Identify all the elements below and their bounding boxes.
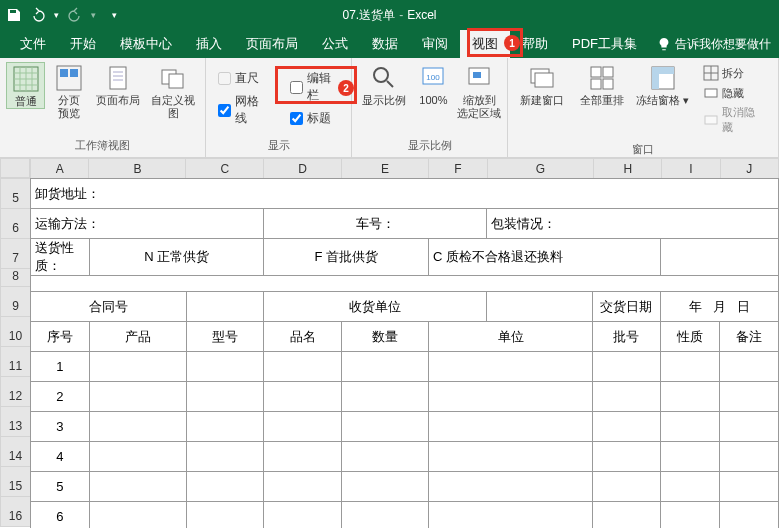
callout-1: 1 — [504, 35, 520, 51]
cell — [341, 352, 428, 382]
row-headers[interactable]: 56 78 910 1112 1314 1516 — [0, 178, 31, 527]
hide-icon — [703, 85, 719, 101]
zoom-selection-button[interactable]: 缩放到 选定区域 — [457, 62, 501, 120]
freeze-panes-button[interactable]: 冻结窗格 ▾ — [635, 62, 691, 107]
group-show-label: 显示 — [206, 136, 351, 157]
col-header: I — [662, 159, 720, 179]
hide-label: 隐藏 — [722, 86, 744, 101]
unhide-button[interactable]: 取消隐藏 — [701, 104, 766, 136]
row-header: 9 — [1, 287, 31, 317]
arrange-all-button[interactable]: 全部重排 — [574, 62, 630, 107]
callout-2: 2 — [338, 80, 354, 96]
qat-customize-icon[interactable]: ▾ — [112, 10, 117, 20]
gridlines-checkbox[interactable]: 网格线 — [218, 93, 268, 127]
formula-bar-checkbox[interactable]: 编辑栏 — [290, 70, 340, 104]
select-all-corner[interactable] — [0, 158, 30, 178]
tab-formulas[interactable]: 公式 — [310, 30, 360, 58]
split-label: 拆分 — [722, 66, 744, 81]
save-icon[interactable] — [6, 7, 22, 23]
tab-layout[interactable]: 页面布局 — [234, 30, 310, 58]
unhide-icon — [703, 112, 719, 128]
cell: F 首批供货 — [264, 239, 429, 276]
cell: 3 — [31, 412, 90, 442]
undo-dropdown-icon[interactable]: ▾ — [54, 10, 59, 20]
zoom-selection-icon — [465, 64, 493, 92]
cell: 性质 — [661, 322, 720, 352]
cell — [89, 442, 186, 472]
custom-views-button[interactable]: 自定义视图 — [148, 62, 199, 120]
cell — [186, 352, 264, 382]
cell — [719, 412, 778, 442]
cell: 备注 — [719, 322, 778, 352]
cell: 产品 — [89, 322, 186, 352]
table-row: 5 — [31, 472, 779, 502]
cell: N 正常供货 — [89, 239, 263, 276]
cell — [661, 382, 720, 412]
cell — [661, 239, 779, 276]
normal-view-button[interactable]: 普通 — [6, 62, 45, 109]
zoom-button[interactable]: 显示比例 — [358, 62, 410, 107]
split-button[interactable]: 拆分 — [701, 64, 766, 82]
cell — [592, 382, 660, 412]
new-window-button[interactable]: 新建窗口 — [514, 62, 570, 107]
table-row: 4 — [31, 442, 779, 472]
ruler-checkbox[interactable]: 直尺 — [218, 70, 268, 87]
worksheet[interactable]: AB CD EF GH IJ 56 78 910 1112 1314 1516 … — [0, 158, 779, 528]
group-workbook-views-label: 工作簿视图 — [0, 136, 205, 157]
cell — [186, 502, 264, 529]
tab-view[interactable]: 视图 — [460, 30, 510, 58]
grid-cells[interactable]: 卸货地址： 运输方法： 车号： 包装情况： 送货性质： N 正常供货 F 首批供… — [30, 178, 779, 528]
tab-review[interactable]: 审阅 — [410, 30, 460, 58]
tell-me-label: 告诉我你想要做什 — [675, 36, 771, 53]
svg-rect-4 — [110, 67, 126, 89]
group-window: 新建窗口 全部重排 冻结窗格 ▾ 拆分 隐藏 取消隐藏 窗口 — [508, 58, 779, 157]
gridlines-label: 网格线 — [235, 93, 268, 127]
page-break-icon — [55, 64, 83, 92]
cell — [264, 442, 342, 472]
zoom-100-button[interactable]: 100 100% — [414, 62, 453, 107]
col-header: E — [341, 159, 428, 179]
tab-file[interactable]: 文件 — [8, 30, 58, 58]
cell: 序号 — [31, 322, 90, 352]
svg-rect-13 — [535, 73, 553, 87]
redo-icon[interactable] — [67, 7, 83, 23]
col-header: D — [264, 159, 342, 179]
tab-data[interactable]: 数据 — [360, 30, 410, 58]
cell — [592, 472, 660, 502]
tab-template[interactable]: 模板中心 — [108, 30, 184, 58]
cell — [341, 442, 428, 472]
group-workbook-views: 普通 分页 预览 页面布局 自定义视图 工作簿视图 — [0, 58, 206, 157]
page-layout-button[interactable]: 页面布局 — [92, 62, 143, 107]
tab-insert[interactable]: 插入 — [184, 30, 234, 58]
col-header: G — [487, 159, 594, 179]
column-headers[interactable]: AB CD EF GH IJ — [30, 158, 779, 179]
tell-me[interactable]: 告诉我你想要做什 — [649, 30, 779, 58]
tab-home[interactable]: 开始 — [58, 30, 108, 58]
row-header: 10 — [1, 317, 31, 347]
cell: 6 — [31, 502, 90, 529]
undo-icon[interactable] — [30, 7, 46, 23]
cell — [592, 412, 660, 442]
arrange-all-icon — [588, 64, 616, 92]
cell: 5 — [31, 472, 90, 502]
table-row: 3 — [31, 412, 779, 442]
cell — [429, 502, 593, 529]
redo-dropdown-icon[interactable]: ▾ — [91, 10, 96, 20]
hide-button[interactable]: 隐藏 — [701, 84, 766, 102]
page-break-button[interactable]: 分页 预览 — [49, 62, 88, 120]
cell — [719, 352, 778, 382]
cell — [592, 502, 660, 529]
cell — [429, 382, 593, 412]
cell — [186, 382, 264, 412]
cell — [89, 502, 186, 529]
cell — [264, 352, 342, 382]
cell — [341, 382, 428, 412]
row-header: 12 — [1, 377, 31, 407]
row-header: 14 — [1, 437, 31, 467]
cell — [719, 472, 778, 502]
zoom-label: 显示比例 — [362, 94, 406, 107]
cell — [264, 412, 342, 442]
tab-pdf[interactable]: PDF工具集 — [560, 30, 649, 58]
cell — [341, 412, 428, 442]
headings-checkbox[interactable]: 标题 — [290, 110, 340, 127]
